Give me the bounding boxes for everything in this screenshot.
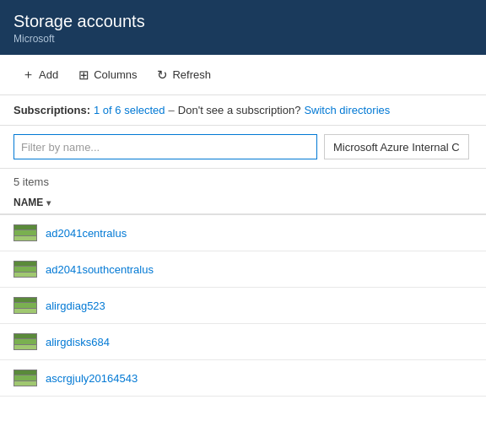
- subscriptions-dont-see: Don't see a subscription?: [178, 104, 301, 116]
- list-item[interactable]: alirgdiag523: [0, 288, 486, 324]
- columns-icon: ⊞: [78, 67, 89, 83]
- storage-account-name[interactable]: ascrgjuly20164543: [46, 372, 138, 385]
- refresh-icon: ↻: [157, 67, 168, 83]
- subscription-tag[interactable]: Microsoft Azure Internal C: [324, 134, 469, 159]
- storage-account-icon: [14, 296, 37, 315]
- page-header: Storage accounts Microsoft: [0, 0, 486, 55]
- columns-button[interactable]: ⊞ Columns: [70, 62, 145, 88]
- storage-account-name[interactable]: ad2041centralus: [46, 227, 127, 240]
- storage-account-name[interactable]: alirgdisks684: [46, 336, 110, 348]
- list-item[interactable]: ad2041centralus: [0, 215, 486, 251]
- storage-account-icon: [14, 369, 37, 387]
- filter-input[interactable]: [14, 134, 317, 159]
- subscriptions-separator: –: [169, 104, 175, 116]
- name-column-header[interactable]: NAME ▾: [14, 197, 51, 208]
- items-list: ad2041centralusad2041southcentralusalirg…: [0, 215, 486, 397]
- storage-icon: [14, 370, 37, 386]
- subscriptions-selected-count[interactable]: 1 of 6 selected: [94, 104, 165, 116]
- storage-account-name[interactable]: alirgdiag523: [46, 300, 105, 312]
- list-item[interactable]: ad2041southcentralus: [0, 251, 486, 288]
- add-button[interactable]: ＋ Add: [14, 62, 67, 88]
- subscriptions-label: Subscriptions:: [14, 104, 90, 116]
- storage-account-icon: [14, 332, 37, 351]
- plus-icon: ＋: [22, 67, 35, 83]
- columns-label: Columns: [94, 68, 137, 81]
- subscriptions-bar: Subscriptions: 1 of 6 selected – Don't s…: [0, 95, 486, 126]
- list-item[interactable]: alirgdisks684: [0, 324, 486, 360]
- storage-icon: [14, 261, 37, 278]
- refresh-label: Refresh: [172, 68, 211, 81]
- page-subtitle: Microsoft: [14, 33, 472, 45]
- filter-row: Microsoft Azure Internal C: [0, 126, 486, 169]
- name-column-label: NAME: [14, 197, 43, 208]
- storage-account-icon: [14, 224, 37, 242]
- refresh-button[interactable]: ↻ Refresh: [148, 62, 219, 88]
- toolbar: ＋ Add ⊞ Columns ↻ Refresh: [0, 55, 486, 95]
- storage-icon: [14, 333, 37, 350]
- storage-account-name[interactable]: ad2041southcentralus: [46, 263, 154, 276]
- switch-directories-link[interactable]: Switch directories: [304, 104, 390, 116]
- sort-icon: ▾: [46, 198, 51, 208]
- list-item[interactable]: ascrgjuly20164543: [0, 360, 486, 397]
- table-header: NAME ▾: [0, 192, 486, 215]
- storage-icon: [14, 297, 37, 314]
- items-count: 5 items: [0, 169, 486, 192]
- add-label: Add: [39, 68, 58, 81]
- page-title: Storage accounts: [14, 12, 472, 31]
- storage-icon: [14, 224, 37, 241]
- storage-account-icon: [14, 260, 37, 278]
